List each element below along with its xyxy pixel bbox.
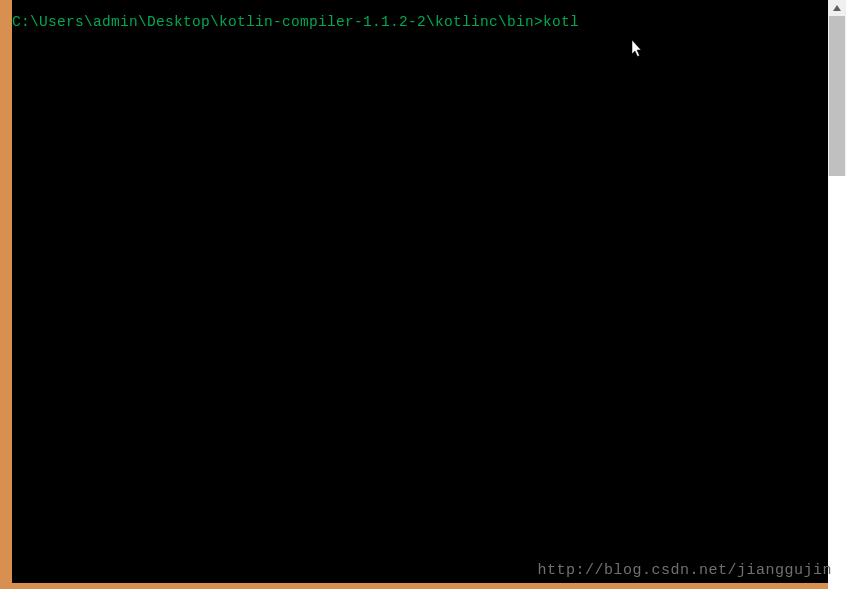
command-prompt-line: C:\Users\admin\Desktop\kotlin-compiler-1… [12, 14, 812, 30]
watermark-text: http://blog.csdn.net/jianggujin [537, 562, 832, 579]
prompt-path: C:\Users\admin\Desktop\kotlin-compiler-1… [12, 14, 543, 30]
terminal-content-area[interactable]: C:\Users\admin\Desktop\kotlin-compiler-1… [12, 0, 812, 583]
scrollbar-up-arrow-icon[interactable] [828, 0, 846, 16]
typed-command: kotl [543, 14, 579, 30]
scrollbar-track[interactable] [828, 0, 846, 589]
terminal-window[interactable]: C:\Users\admin\Desktop\kotlin-compiler-1… [12, 0, 834, 583]
scrollbar-thumb[interactable] [829, 16, 845, 176]
window-frame: C:\Users\admin\Desktop\kotlin-compiler-1… [0, 0, 846, 589]
scrollbar-lower-track[interactable] [828, 176, 846, 589]
